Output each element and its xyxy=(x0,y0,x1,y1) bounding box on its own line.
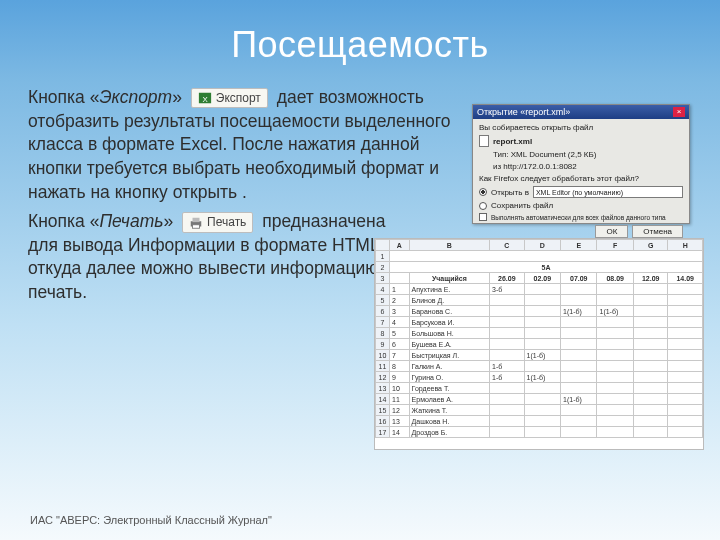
cell xyxy=(633,361,668,372)
slide-title: Посещаемость xyxy=(0,0,720,80)
cell xyxy=(561,350,597,361)
cell xyxy=(490,295,525,306)
table-row: 1613Дашкова Н. xyxy=(376,416,703,427)
cell xyxy=(597,372,633,383)
cell xyxy=(668,339,703,350)
cell xyxy=(668,427,703,438)
radio-save[interactable] xyxy=(479,202,487,210)
row-num: 9 xyxy=(390,372,410,383)
p1-prefix: Кнопка « xyxy=(28,87,99,107)
app-combo[interactable]: XML Editor (по умолчанию) xyxy=(533,186,683,198)
cell xyxy=(597,405,633,416)
svg-rect-4 xyxy=(193,224,200,228)
row-num: 2 xyxy=(390,295,410,306)
cell xyxy=(524,405,560,416)
footer-citation: ИАС "АВЕРС: Электронный Классный Журнал" xyxy=(30,514,272,526)
print-btn-label: Печать xyxy=(207,214,246,230)
remember-checkbox[interactable] xyxy=(479,213,487,221)
cell xyxy=(597,328,633,339)
export-btn-label: Экспорт xyxy=(216,90,261,106)
cell xyxy=(633,317,668,328)
student-name: Галкин А. xyxy=(409,361,489,372)
student-name: Блинов Д. xyxy=(409,295,489,306)
cell xyxy=(597,427,633,438)
cell xyxy=(490,427,525,438)
cell xyxy=(561,284,597,295)
cell xyxy=(668,284,703,295)
cell xyxy=(633,405,668,416)
cell xyxy=(524,383,560,394)
cell xyxy=(490,383,525,394)
col-head: D xyxy=(524,240,560,251)
cell xyxy=(561,328,597,339)
cell xyxy=(524,328,560,339)
col-head: H xyxy=(668,240,703,251)
row-num: 4 xyxy=(390,317,410,328)
cell xyxy=(490,350,525,361)
p2-close: » xyxy=(163,211,178,231)
row-num: 8 xyxy=(390,361,410,372)
col-head: F xyxy=(597,240,633,251)
cell xyxy=(597,295,633,306)
cell xyxy=(524,339,560,350)
table-row: 52Блинов Д. xyxy=(376,295,703,306)
col-head: G xyxy=(633,240,668,251)
cell xyxy=(524,284,560,295)
svg-text:X: X xyxy=(202,95,208,104)
row-num: 6 xyxy=(390,339,410,350)
cell xyxy=(561,383,597,394)
table-row: 74Барсукова И. xyxy=(376,317,703,328)
row-num: 7 xyxy=(390,350,410,361)
cell xyxy=(490,405,525,416)
cell xyxy=(633,328,668,339)
date-head: 07.09 xyxy=(561,273,597,284)
cell xyxy=(597,361,633,372)
cell xyxy=(633,295,668,306)
student-name: Барсукова И. xyxy=(409,317,489,328)
cell xyxy=(668,383,703,394)
cell xyxy=(490,306,525,317)
dialog-fileurl: из http://172.0.0.1:8082 xyxy=(493,162,577,171)
p1-close: » xyxy=(172,87,187,107)
cell xyxy=(668,295,703,306)
cell: 1(1-б) xyxy=(524,372,560,383)
radio-open[interactable] xyxy=(479,188,487,196)
cell xyxy=(490,328,525,339)
close-icon[interactable]: × xyxy=(673,107,685,117)
cell xyxy=(633,383,668,394)
cell xyxy=(597,284,633,295)
cell xyxy=(633,372,668,383)
cell xyxy=(524,361,560,372)
date-head: 14.09 xyxy=(668,273,703,284)
cell xyxy=(597,383,633,394)
date-head: 08.09 xyxy=(597,273,633,284)
student-name: Гордеева Т. xyxy=(409,383,489,394)
cell xyxy=(524,306,560,317)
table-row: 63Баранова С.1(1-б)1(1-б) xyxy=(376,306,703,317)
cancel-button[interactable]: Отмена xyxy=(632,225,683,238)
file-icon xyxy=(479,135,489,147)
cell xyxy=(633,350,668,361)
save-label: Сохранить файл xyxy=(491,201,553,210)
cell: 1-б xyxy=(490,361,525,372)
dialog-line1: Вы собираетесь открыть файл xyxy=(479,123,593,132)
cell xyxy=(668,394,703,405)
class-title: 5А xyxy=(390,262,703,273)
row-num: 14 xyxy=(390,427,410,438)
cell xyxy=(597,394,633,405)
row-num: 5 xyxy=(390,328,410,339)
table-row: 85Большова Н. xyxy=(376,328,703,339)
date-head: 26.09 xyxy=(490,273,525,284)
ok-button[interactable]: ОК xyxy=(595,225,628,238)
student-name: Баранова С. xyxy=(409,306,489,317)
cell xyxy=(597,339,633,350)
cell xyxy=(668,317,703,328)
cell: 1(1-б) xyxy=(524,350,560,361)
svg-rect-3 xyxy=(193,217,200,221)
student-name: Большова Н. xyxy=(409,328,489,339)
cell xyxy=(668,372,703,383)
cell xyxy=(633,416,668,427)
date-head: Учащийся xyxy=(409,273,489,284)
print-word: Печать xyxy=(99,211,163,231)
col-head: B xyxy=(409,240,489,251)
